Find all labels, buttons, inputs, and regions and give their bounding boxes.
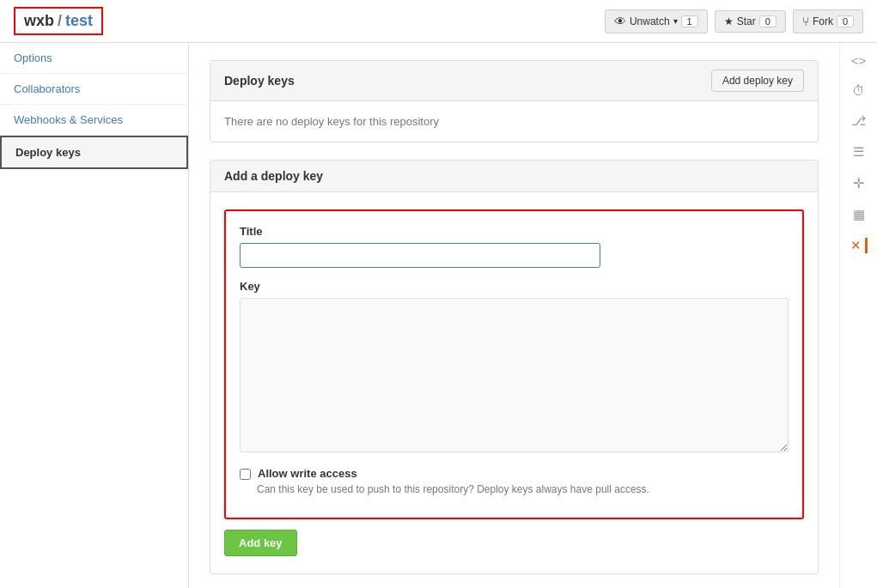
- book-icon[interactable]: ☰: [853, 144, 864, 160]
- star-count: 0: [759, 15, 777, 27]
- allow-write-desc: Can this key be used to push to this rep…: [240, 483, 789, 495]
- key-textarea[interactable]: [240, 298, 789, 452]
- eye-icon: 👁: [614, 15, 626, 28]
- branch-icon[interactable]: ⎇: [851, 113, 866, 129]
- sidebar-item-deploy-keys[interactable]: Deploy keys: [0, 136, 188, 169]
- unwatch-button[interactable]: 👁 Unwatch ▾ 1: [605, 9, 708, 33]
- repo-name: test: [65, 12, 93, 30]
- sidebar-item-webhooks[interactable]: Webhooks & Services: [0, 105, 188, 136]
- fork-label: Fork: [813, 15, 833, 27]
- pin-icon[interactable]: ✛: [853, 175, 864, 191]
- add-deploy-key-section: Add a deploy key Title Key: [210, 160, 819, 574]
- add-key-submit-button[interactable]: Add key: [224, 530, 297, 556]
- repo-org: wxb: [24, 12, 54, 30]
- header-actions: 👁 Unwatch ▾ 1 ★ Star 0 ⑂ Fork 0: [605, 9, 863, 33]
- repo-sep: /: [58, 12, 62, 30]
- key-label: Key: [240, 280, 789, 293]
- clock-icon[interactable]: ⏱: [852, 83, 865, 98]
- add-deploy-key-form: Title Key Allow write access: [224, 209, 804, 519]
- add-deploy-key-title: Add a deploy key: [224, 169, 323, 183]
- sidebar-item-options[interactable]: Options: [0, 43, 188, 74]
- allow-write-label: Allow write access: [258, 467, 357, 480]
- deploy-keys-header: Deploy keys Add deploy key: [210, 61, 818, 101]
- add-deploy-key-header: Add a deploy key: [210, 161, 818, 192]
- unwatch-arrow-icon: ▾: [673, 16, 678, 26]
- unwatch-count: 1: [681, 15, 698, 27]
- star-button[interactable]: ★ Star 0: [715, 10, 786, 33]
- allow-write-checkbox[interactable]: [240, 469, 251, 480]
- chart-icon[interactable]: ▦: [853, 207, 865, 222]
- add-deploy-key-form-wrapper: Title Key Allow write access: [210, 192, 818, 573]
- repo-title: wxb / test: [14, 7, 103, 35]
- key-form-group: Key: [240, 280, 789, 455]
- fork-button[interactable]: ⑂ Fork 0: [793, 9, 863, 33]
- star-icon: ★: [724, 15, 734, 27]
- add-deploy-key-button[interactable]: Add deploy key: [711, 70, 804, 92]
- unwatch-label: Unwatch: [630, 15, 670, 27]
- fork-count: 0: [837, 15, 854, 27]
- title-form-group: Title: [240, 225, 789, 268]
- allow-write-group: Allow write access Can this key be used …: [240, 467, 789, 495]
- deploy-keys-empty: There are no deploy keys for this reposi…: [210, 101, 818, 142]
- title-label: Title: [240, 225, 789, 238]
- settings-icon[interactable]: ✕: [850, 238, 868, 253]
- title-input[interactable]: [240, 243, 600, 268]
- star-label: Star: [737, 15, 756, 27]
- fork-icon: ⑂: [802, 15, 809, 28]
- deploy-keys-title: Deploy keys: [224, 74, 295, 88]
- sidebar-item-collaborators[interactable]: Collaborators: [0, 74, 188, 105]
- main-content: Deploy keys Add deploy key There are no …: [189, 43, 839, 588]
- right-sidebar: <> ⏱ ⎇ ☰ ✛ ▦ ✕: [839, 43, 877, 588]
- sidebar: Options Collaborators Webhooks & Service…: [0, 43, 189, 588]
- code-icon[interactable]: <>: [851, 53, 867, 68]
- deploy-keys-section: Deploy keys Add deploy key There are no …: [210, 60, 819, 142]
